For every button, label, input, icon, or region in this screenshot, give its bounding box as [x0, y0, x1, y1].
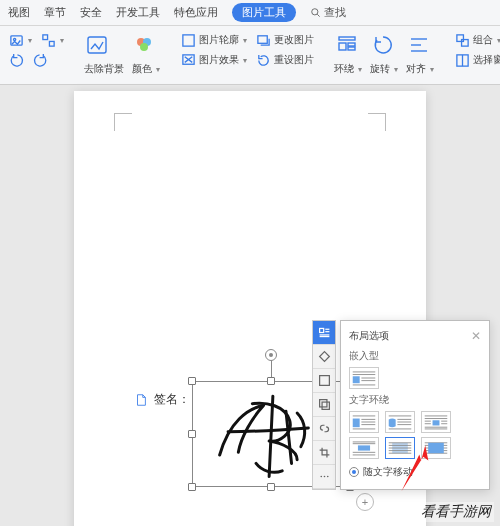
menu-find[interactable]: 查找 [310, 5, 346, 20]
svg-rect-31 [319, 328, 323, 332]
svg-line-1 [317, 14, 319, 16]
signature-label: 签名： [154, 391, 190, 408]
search-icon [310, 7, 321, 18]
image-plus-icon [8, 32, 24, 48]
menu-features[interactable]: 特色应用 [174, 5, 218, 20]
svg-rect-14 [339, 43, 346, 50]
svg-rect-21 [461, 39, 468, 46]
resize-handle-bl[interactable] [188, 483, 196, 491]
align-button[interactable] [406, 32, 434, 58]
svg-rect-11 [257, 35, 266, 43]
remove-bg-label[interactable]: 去除背景 [84, 62, 124, 76]
rotate-right-button[interactable] [32, 52, 48, 68]
svg-rect-73 [392, 443, 408, 453]
svg-rect-15 [348, 43, 355, 46]
svg-point-39 [320, 476, 322, 478]
svg-rect-16 [348, 47, 355, 50]
menu-bar: 视图 章节 安全 开发工具 特色应用 图片工具 查找 [0, 0, 500, 26]
link-button[interactable] [313, 417, 335, 441]
close-icon[interactable]: ✕ [471, 329, 481, 343]
wrap-button[interactable] [334, 32, 362, 58]
svg-point-41 [326, 476, 328, 478]
menu-image-tools[interactable]: 图片工具 [232, 3, 296, 22]
watermark-text: 看看手游网 [418, 502, 494, 522]
section-inline: 嵌入型 [349, 349, 481, 363]
pane-icon [454, 52, 470, 68]
expand-button[interactable] [356, 493, 374, 511]
outline-tool-button[interactable] [313, 369, 335, 393]
svg-rect-61 [433, 420, 440, 425]
change-image-icon [255, 32, 271, 48]
layout-tight[interactable] [385, 411, 415, 433]
resize-handle-ml[interactable] [188, 430, 196, 438]
screenshot-button[interactable]: ▾ [40, 32, 64, 48]
menu-view[interactable]: 视图 [8, 5, 30, 20]
align-label[interactable]: 对齐▾ [406, 62, 434, 76]
change-image-button[interactable]: 更改图片 [255, 32, 314, 48]
section-wrap: 文字环绕 [349, 393, 481, 407]
svg-rect-44 [353, 376, 360, 383]
rotate-left-icon [8, 52, 24, 68]
remove-bg-icon [84, 32, 110, 58]
resize-handle-tl[interactable] [188, 377, 196, 385]
color-label[interactable]: 颜色▾ [132, 62, 160, 76]
menu-devtools[interactable]: 开发工具 [116, 5, 160, 20]
rotate-left-button[interactable] [8, 52, 24, 68]
reset-image-button[interactable]: 重设图片 [255, 52, 314, 68]
menu-chapter[interactable]: 章节 [44, 5, 66, 20]
layout-through[interactable] [421, 411, 451, 433]
layout-inline[interactable] [349, 367, 379, 389]
color-icon [132, 32, 158, 58]
resize-handle-tm[interactable] [267, 377, 275, 385]
rotate-button[interactable] [370, 32, 398, 58]
margin-corner-tr [368, 113, 386, 131]
rotate-right-icon [32, 52, 48, 68]
screenshot-icon [40, 32, 56, 48]
add-image-button[interactable]: ▾ [8, 32, 32, 48]
margin-corner-tl [114, 113, 132, 131]
rotate-handle[interactable] [265, 349, 277, 361]
reset-icon [255, 52, 271, 68]
image-outline-button[interactable]: 图片轮廓▾ [180, 32, 247, 48]
layout-square[interactable] [349, 411, 379, 433]
align-icon [406, 32, 432, 58]
menu-security[interactable]: 安全 [80, 5, 102, 20]
svg-rect-38 [322, 402, 329, 409]
svg-rect-13 [339, 37, 355, 40]
fill-button[interactable] [313, 345, 335, 369]
rotate-icon [370, 32, 396, 58]
effect-icon [180, 52, 196, 68]
floating-toolbar [312, 320, 336, 490]
svg-rect-37 [319, 400, 326, 407]
svg-rect-4 [42, 34, 47, 39]
svg-point-9 [140, 43, 148, 51]
svg-rect-70 [358, 445, 370, 450]
outline-icon [180, 32, 196, 48]
svg-rect-20 [456, 34, 463, 41]
wrap-label[interactable]: 环绕▾ [334, 62, 362, 76]
layout-topbottom[interactable] [349, 437, 379, 459]
svg-point-0 [312, 9, 318, 15]
svg-rect-6 [88, 37, 106, 53]
shadow-button[interactable] [313, 393, 335, 417]
svg-point-40 [323, 476, 325, 478]
image-effect-button[interactable]: 图片效果▾ [180, 52, 247, 68]
wrap-icon [334, 32, 360, 58]
more-button[interactable] [313, 465, 335, 489]
popup-title: 布局选项 [349, 329, 389, 343]
remove-bg-button[interactable] [84, 32, 124, 58]
radio-icon [349, 467, 359, 477]
rotate-label[interactable]: 旋转▾ [370, 62, 398, 76]
layout-options-button[interactable] [313, 321, 335, 345]
svg-rect-36 [319, 376, 329, 386]
selection-pane-button[interactable]: 选择窗格 [454, 52, 500, 68]
svg-rect-5 [49, 41, 54, 46]
color-button[interactable] [132, 32, 160, 58]
svg-rect-49 [353, 419, 360, 428]
svg-point-3 [13, 38, 15, 40]
svg-rect-10 [182, 34, 193, 45]
group-button[interactable]: 组合▾ [454, 32, 500, 48]
document-icon [134, 393, 148, 407]
resize-handle-bm[interactable] [267, 483, 275, 491]
crop-button[interactable] [313, 441, 335, 465]
